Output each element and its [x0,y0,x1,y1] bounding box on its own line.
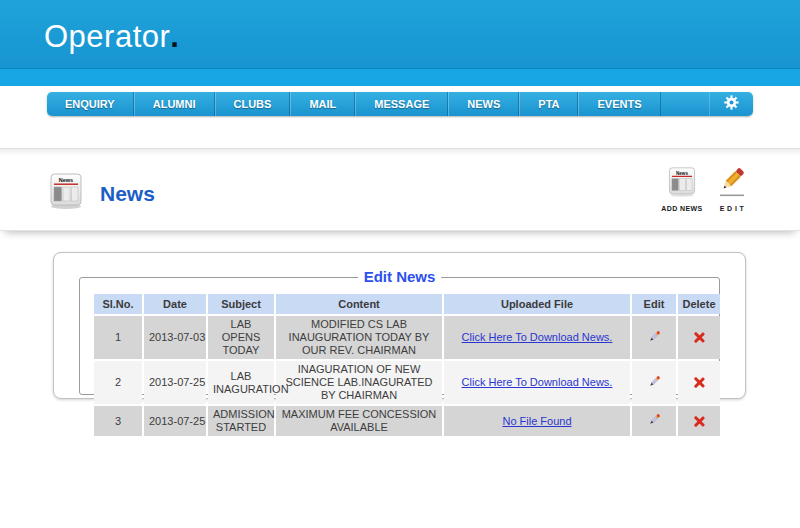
row-edit-pencil-icon[interactable] [647,329,662,347]
cell-slno: 3 [94,406,142,436]
cell-date: 2013-07-03 [144,316,206,359]
cell-subject: LAB OPENS TODAY [208,316,274,359]
nav-item-alumni[interactable]: ALUMNI [134,92,215,116]
app-logo-dot: . [170,19,179,54]
cell-content: MODIFIED CS LAB INAUGURATION TODAY BY OU… [276,316,442,359]
app-logo-text: Operator [44,19,170,54]
no-file-found-link[interactable]: No File Found [502,415,571,427]
page-heading-section: News News News ADD NEWS [0,148,800,231]
cell-date: 2013-07-25 [144,406,206,436]
add-news-label: ADD NEWS [654,205,710,212]
edit-button[interactable]: E D I T [704,167,760,212]
table-header-row: Sl.No. Date Subject Content Uploaded Fil… [94,294,720,314]
col-header-edit: Edit [632,294,676,314]
cell-content: MAXIMUM FEE CONCESSION AVAILABLE [276,406,442,436]
edit-news-fieldset: Edit News Sl.No. Date Subject Content Up… [79,277,720,395]
edit-pencil-icon [717,184,747,201]
table-row: 3 2013-07-25 ADMISSION STARTED MAXIMUM F… [94,406,720,436]
nav-item-mail[interactable]: MAIL [290,92,355,116]
page-title: News [100,182,155,206]
nav-item-events[interactable]: EVENTS [578,92,660,116]
col-header-date: Date [144,294,206,314]
download-news-link[interactable]: Click Here To Download News. [462,376,613,388]
svg-text:News: News [59,177,73,183]
edit-news-legend: Edit News [358,268,442,285]
nav-item-news[interactable]: NEWS [448,92,519,116]
cell-slno: 2 [94,361,142,404]
cell-date: 2013-07-25 [144,361,206,404]
edit-news-panel: Edit News Sl.No. Date Subject Content Up… [53,252,746,399]
edit-label: E D I T [704,205,760,212]
header-accent-strip [0,68,800,86]
row-delete-x-icon[interactable] [693,331,706,344]
add-news-button[interactable]: News ADD NEWS [654,167,710,212]
app-header: Operator. [0,0,800,68]
nav-item-enquiry[interactable]: ENQUIRY [47,92,134,116]
download-news-link[interactable]: Click Here To Download News. [462,331,613,343]
col-header-delete: Delete [678,294,720,314]
svg-text:News: News [676,171,688,176]
row-edit-pencil-icon[interactable] [647,374,662,392]
table-row: 1 2013-07-03 LAB OPENS TODAY MODIFIED CS… [94,316,720,359]
cell-slno: 1 [94,316,142,359]
nav-item-message[interactable]: MESSAGE [355,92,448,116]
edit-news-table: Sl.No. Date Subject Content Uploaded Fil… [92,292,722,438]
nav-band: ENQUIRY ALUMNI CLUBS MAIL MESSAGE NEWS P… [0,86,800,148]
table-row: 2 2013-07-25 LAB INAGURATION INAGURATION… [94,361,720,404]
gear-icon [724,95,739,114]
add-news-icon: News [665,184,699,201]
nav-item-clubs[interactable]: CLUBS [215,92,291,116]
main-navbar: ENQUIRY ALUMNI CLUBS MAIL MESSAGE NEWS P… [47,92,753,116]
col-header-content: Content [276,294,442,314]
row-delete-x-icon[interactable] [693,415,706,428]
cell-subject: LAB INAGURATION [208,361,274,404]
row-delete-x-icon[interactable] [693,376,706,389]
news-icon: News [46,173,86,214]
col-header-file: Uploaded File [444,294,630,314]
cell-subject: ADMISSION STARTED [208,406,274,436]
nav-item-pta[interactable]: PTA [519,92,578,116]
cell-content: INAGURATION OF NEW SCIENCE LAB.INAGURATE… [276,361,442,404]
settings-menu-button[interactable] [709,92,753,116]
col-header-slno: Sl.No. [94,294,142,314]
col-header-subject: Subject [208,294,274,314]
row-edit-pencil-icon[interactable] [647,412,662,430]
app-logo: Operator. [44,19,179,55]
